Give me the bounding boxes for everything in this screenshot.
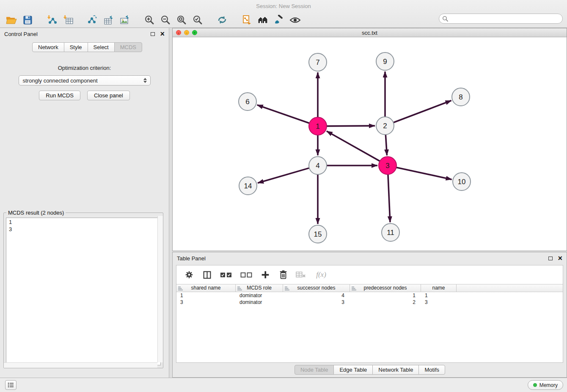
network-window-title: scc.txt <box>362 30 377 36</box>
table-panel-header: Table Panel <box>173 252 567 264</box>
cell-successor-nodes[interactable]: 3 <box>283 299 350 306</box>
graph-node-8[interactable]: 8 <box>452 88 470 106</box>
svg-text:4: 4 <box>316 162 319 170</box>
maximize-window-icon[interactable] <box>192 30 197 35</box>
horizontal-scrollbar[interactable] <box>4 362 157 368</box>
close-panel-icon[interactable] <box>558 254 562 262</box>
graph-node-11[interactable]: 11 <box>382 224 399 241</box>
network-window-titlebar[interactable]: scc.txt <box>173 28 567 37</box>
column-label: shared name <box>191 285 220 291</box>
svg-text:6: 6 <box>245 98 249 106</box>
cell-mcds-role[interactable]: dominator <box>236 292 283 299</box>
tab-edge-table[interactable]: Edge Table <box>333 365 373 375</box>
float-panel-icon[interactable] <box>151 32 155 36</box>
column-header-shared-name[interactable]: shared name <box>176 284 236 292</box>
tab-network-table[interactable]: Network Table <box>372 365 419 375</box>
cell-mcds-role[interactable]: dominator <box>236 299 283 306</box>
home-view-button[interactable] <box>255 13 271 27</box>
close-window-icon[interactable] <box>176 30 181 35</box>
column-header-name[interactable]: name <box>421 284 457 292</box>
float-panel-icon[interactable] <box>548 257 553 260</box>
graph-node-2[interactable]: 2 <box>376 117 394 135</box>
tab-motifs[interactable]: Motifs <box>418 365 445 375</box>
memory-label: Memory <box>539 382 558 388</box>
table-panel: Table Panel <box>172 252 567 378</box>
show-columns-button[interactable] <box>202 270 212 280</box>
tab-node-table[interactable]: Node Table <box>295 365 334 375</box>
table-row[interactable]: 1 dominator 4 1 1 <box>176 292 563 299</box>
panel-menu-button[interactable] <box>5 380 17 390</box>
graph-edge-4-14[interactable] <box>258 168 309 183</box>
cell-predecessor-nodes[interactable]: 1 <box>350 292 421 299</box>
graph-edge-1-2[interactable] <box>327 126 375 126</box>
tab-mcds[interactable]: MCDS <box>114 42 142 52</box>
cell-shared-name[interactable]: 1 <box>176 292 236 299</box>
tab-network[interactable]: Network <box>32 42 64 52</box>
list-icon <box>8 382 14 388</box>
cell-predecessor-nodes[interactable]: 2 <box>350 299 421 306</box>
column-header-mcds-role[interactable]: MCDS role <box>236 284 283 292</box>
column-header-predecessor-nodes[interactable]: predecessor nodes <box>350 284 421 292</box>
houses-icon <box>257 15 269 25</box>
graph-node-14[interactable]: 14 <box>239 177 257 195</box>
vertical-scrollbar[interactable] <box>157 216 163 362</box>
function-builder-button[interactable]: f(x) <box>314 270 329 280</box>
tab-select[interactable]: Select <box>88 42 115 52</box>
zoom-in-button[interactable] <box>141 13 157 27</box>
close-panel-icon[interactable] <box>160 30 165 38</box>
zoom-fit-button[interactable] <box>173 13 190 27</box>
export-image-button[interactable] <box>117 13 133 27</box>
deselect-all-button[interactable] <box>240 270 253 280</box>
tab-style[interactable]: Style <box>64 42 88 52</box>
select-all-button[interactable] <box>220 270 232 280</box>
close-panel-button[interactable]: Close panel <box>87 91 130 100</box>
run-mcds-button[interactable]: Run MCDS <box>39 91 80 100</box>
import-network-button[interactable] <box>44 13 60 27</box>
table-row[interactable]: 3 dominator 3 2 3 <box>176 299 563 306</box>
export-network-button[interactable] <box>85 13 101 27</box>
delete-table-button[interactable] <box>296 270 306 280</box>
table-options-button[interactable] <box>184 270 194 280</box>
graph-node-4[interactable]: 4 <box>309 157 327 174</box>
zoom-selected-button[interactable] <box>190 13 206 27</box>
graph-node-10[interactable]: 10 <box>453 173 471 190</box>
cell-name[interactable]: 1 <box>421 292 457 299</box>
clone-network-button[interactable] <box>239 13 255 27</box>
save-session-button[interactable] <box>19 13 36 27</box>
plus-icon <box>261 271 270 279</box>
import-table-button[interactable] <box>60 13 76 27</box>
search-input[interactable] <box>439 14 563 24</box>
export-table-button[interactable] <box>101 13 117 27</box>
cell-successor-nodes[interactable]: 4 <box>283 292 350 299</box>
graph-edge-1-6[interactable] <box>257 105 310 123</box>
criterion-select[interactable]: strongly connected component <box>19 75 151 86</box>
cell-name[interactable]: 3 <box>421 299 457 306</box>
minimize-window-icon[interactable] <box>184 30 189 35</box>
show-hide-button[interactable] <box>287 13 303 27</box>
create-column-button[interactable] <box>260 270 270 280</box>
cell-shared-name[interactable]: 3 <box>176 299 236 306</box>
zoom-out-button[interactable] <box>157 13 173 27</box>
graph-node-6[interactable]: 6 <box>239 93 256 110</box>
column-header-successor-nodes[interactable]: successor nodes <box>283 284 350 292</box>
graph-edge-2-8[interactable] <box>394 101 451 123</box>
graph-svg[interactable]: 7968124314101511 <box>173 37 567 251</box>
graph-node-1[interactable]: 1 <box>309 117 327 135</box>
graph-edge-3-10[interactable] <box>396 167 452 179</box>
graph-node-9[interactable]: 9 <box>376 52 394 70</box>
style-brush-button[interactable] <box>271 13 287 27</box>
unchecked-boxes-icon <box>240 272 252 278</box>
optimization-criterion-label: Optimization criterion: <box>0 65 169 71</box>
graph-node-15[interactable]: 15 <box>309 225 327 243</box>
network-canvas[interactable]: 7968124314101511 <box>173 37 567 251</box>
delete-column-button[interactable] <box>278 270 288 280</box>
graph-edge-3-11[interactable] <box>388 174 390 222</box>
refresh-view-button[interactable] <box>214 13 230 27</box>
graph-node-7[interactable]: 7 <box>309 53 327 71</box>
graph-node-3[interactable]: 3 <box>379 157 396 174</box>
graph-edge-2-3[interactable] <box>385 135 387 155</box>
import-table-icon <box>63 15 73 25</box>
memory-button[interactable]: Memory <box>528 380 563 390</box>
open-session-button[interactable] <box>3 13 19 27</box>
graph-edge-3-1[interactable] <box>327 131 380 161</box>
